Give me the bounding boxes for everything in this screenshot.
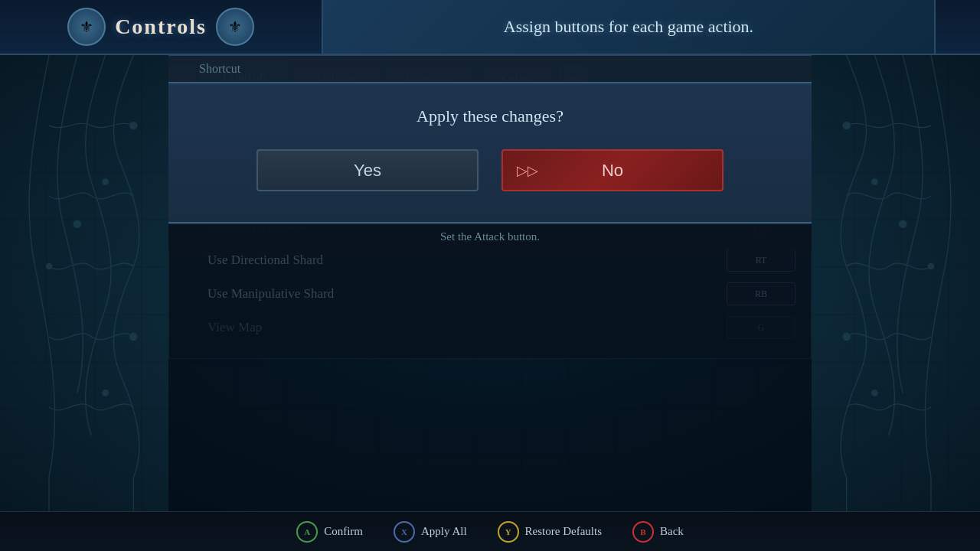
footer-btn-y: Y	[498, 521, 519, 543]
footer-action-back: B Back	[632, 521, 684, 543]
dialog-buttons: Yes ▷▷ No	[199, 149, 781, 191]
footer-label-confirm: Confirm	[324, 525, 363, 538]
svg-point-2	[74, 220, 80, 227]
footer-action-applyall: X Apply All	[394, 521, 467, 543]
left-decoration	[0, 55, 168, 511]
header-subtitle: Assign buttons for each game action.	[322, 0, 934, 54]
footer: A Confirm X Apply All Y Restore Defaults…	[0, 511, 980, 551]
header-ornament-right: ⚜	[216, 8, 254, 46]
svg-point-4	[130, 333, 137, 340]
shortcut-area: Shortcut	[168, 55, 812, 82]
main-content: LB Controls Volume Graphics Other RB ▷ A…	[168, 55, 812, 511]
header-title-section: ⚜ Controls ⚜	[0, 8, 322, 46]
footer-btn-a: A	[296, 521, 318, 543]
page-title: Controls	[115, 15, 207, 39]
dialog-box: Apply these changes? Yes ▷▷ No	[168, 82, 812, 223]
dialog-no-button[interactable]: ▷▷ No	[501, 149, 724, 191]
svg-point-11	[872, 390, 877, 396]
header-end-ornament	[934, 0, 980, 54]
svg-point-1	[103, 179, 108, 184]
footer-label-back: Back	[660, 525, 684, 538]
svg-point-3	[46, 263, 51, 269]
svg-point-9	[928, 263, 933, 269]
svg-point-8	[900, 220, 906, 227]
hint-text: Set the Attack button.	[440, 230, 540, 243]
footer-label-restore: Restore Defaults	[525, 525, 602, 538]
footer-btn-x: X	[394, 521, 415, 543]
no-arrow-icon: ▷▷	[517, 162, 538, 179]
right-decoration	[812, 55, 980, 511]
dialog-yes-button[interactable]: Yes	[256, 149, 479, 191]
svg-point-7	[872, 179, 877, 184]
header: ⚜ Controls ⚜ Assign buttons for each gam…	[0, 0, 980, 55]
svg-point-10	[843, 333, 850, 340]
svg-point-6	[843, 122, 850, 129]
svg-point-0	[130, 122, 137, 129]
footer-btn-b: B	[632, 521, 654, 543]
svg-point-5	[103, 390, 108, 396]
dialog-message: Apply these changes?	[199, 106, 781, 126]
footer-label-applyall: Apply All	[421, 525, 467, 538]
dialog-overlay: Shortcut Apply these changes? Yes ▷▷ No …	[168, 55, 812, 511]
footer-action-confirm: A Confirm	[296, 521, 363, 543]
footer-action-restore: Y Restore Defaults	[498, 521, 602, 543]
shortcut-label: Shortcut	[199, 62, 240, 75]
hint-bar: Set the Attack button.	[168, 223, 812, 249]
header-ornament-left: ⚜	[67, 8, 106, 46]
header-subtitle-text: Assign buttons for each game action.	[504, 17, 753, 37]
